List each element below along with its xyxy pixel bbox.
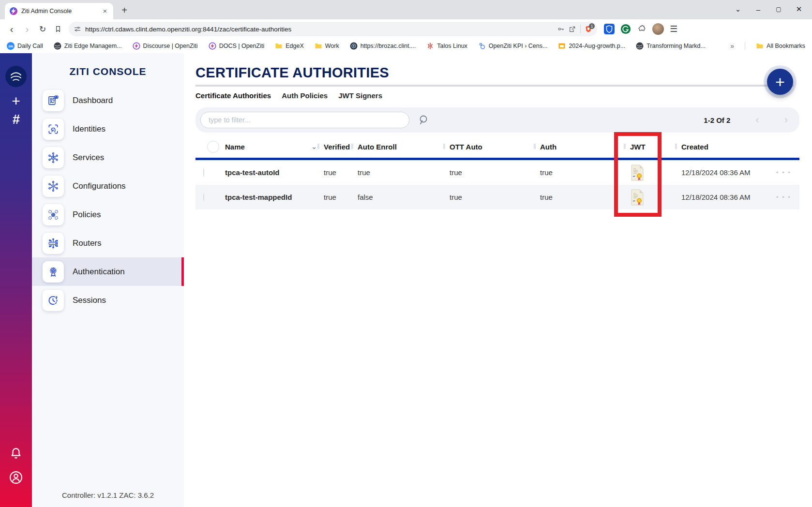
slides-icon	[558, 42, 566, 50]
table-row[interactable]: tpca-test-mappedId true false true true …	[195, 185, 799, 209]
row-checkbox[interactable]	[203, 168, 204, 177]
bookmark-ziti-edge[interactable]: Ziti Edge Managem...	[54, 42, 122, 50]
table-row[interactable]: tpca-test-autoId true true true true 12/…	[195, 160, 799, 185]
bookmark-transforming-markd[interactable]: Transforming Markd...	[636, 42, 706, 50]
account-icon[interactable]	[9, 470, 23, 487]
ca-verified: true	[324, 193, 358, 201]
ca-created: 12/18/2024 08:36 AM	[681, 193, 776, 201]
forward-button[interactable]: ›	[19, 21, 35, 37]
routers-icon	[43, 233, 64, 254]
tab-close-icon[interactable]: ×	[101, 7, 109, 15]
back-button[interactable]: ‹	[4, 21, 19, 37]
column-header-name[interactable]: Name ⌄	[225, 143, 324, 151]
sidebar-item-identities[interactable]: Identities	[32, 115, 184, 143]
column-header-auto-enroll[interactable]: ‖Auto Enroll	[358, 143, 450, 151]
column-header-auth[interactable]: ‖Auth	[540, 143, 630, 151]
main-content: CERTIFICATE AUTHORITIES + Certificate Au…	[184, 53, 812, 507]
bookmark-folder-work[interactable]: Work	[315, 42, 339, 50]
tab-title: Ziti Admin Console	[21, 8, 97, 15]
row-checkbox[interactable]	[203, 193, 204, 202]
svg-text:zm: zm	[8, 45, 13, 48]
column-header-ott-auto[interactable]: ‖OTT Auto	[450, 143, 540, 151]
brave-shield-icon[interactable]: 1	[585, 25, 592, 33]
site-settings-icon[interactable]	[74, 25, 81, 33]
bookmark-discourse-openziti[interactable]: Discourse | OpenZiti	[133, 42, 198, 50]
tab-jwt-signers[interactable]: JWT Signers	[338, 91, 382, 100]
ca-name: tpca-test-mappedId	[225, 193, 324, 201]
tab-auth-policies[interactable]: Auth Policies	[282, 91, 328, 100]
row-menu-icon[interactable]: • • •	[776, 169, 791, 176]
grammarly-icon[interactable]	[620, 24, 631, 34]
sort-chevron-icon[interactable]: ⌄	[311, 143, 317, 150]
app-title: ZITI CONSOLE	[32, 66, 184, 77]
ca-auto-enroll: false	[358, 193, 450, 201]
app-rail: + #	[0, 53, 32, 507]
add-certificate-authority-button[interactable]: +	[767, 69, 793, 95]
rail-add-button[interactable]: +	[0, 93, 32, 109]
sidebar-item-sessions[interactable]: Sessions	[32, 286, 184, 314]
bookmark-folder-edgex[interactable]: EdgeX	[275, 42, 304, 50]
browser-toolbar: ‹ › ↻ https://ctrl.cdaws.clint.demo.open…	[0, 19, 812, 39]
notifications-bell-icon[interactable]	[9, 447, 23, 462]
sidebar-item-authentication[interactable]: Authentication	[32, 257, 184, 286]
bookmark-talos-linux[interactable]: Talos Linux	[426, 42, 467, 50]
sessions-icon	[43, 290, 64, 311]
services-icon	[43, 147, 64, 168]
filter-input[interactable]	[200, 112, 409, 128]
sidebar-item-configurations[interactable]: Configurations	[32, 172, 184, 200]
share-icon[interactable]	[569, 25, 576, 33]
extensions-puzzle-icon[interactable]	[637, 24, 647, 34]
jwt-certificate-icon[interactable]	[630, 189, 681, 206]
bookmark-2024-aug-growth[interactable]: 2024-Aug-growth.p...	[558, 42, 625, 50]
pagination-range: 1-2 Of 2	[704, 116, 730, 124]
bookmark-daily-call[interactable]: zm Daily Call	[7, 42, 43, 50]
folder-icon	[756, 42, 764, 50]
jwt-certificate-icon[interactable]	[630, 164, 681, 181]
ziti-logo-icon[interactable]	[5, 66, 27, 87]
search-icon[interactable]	[418, 114, 430, 126]
select-all-checkbox[interactable]	[207, 141, 219, 153]
bitwarden-icon[interactable]	[604, 24, 615, 34]
row-menu-icon[interactable]: • • •	[776, 194, 791, 201]
browser-tab[interactable]: Ziti Admin Console ×	[5, 3, 113, 19]
sidebar-item-services[interactable]: Services	[32, 143, 184, 172]
window-maximize-button[interactable]: ▢	[768, 6, 789, 13]
reload-button[interactable]: ↻	[35, 21, 50, 37]
bookmark-openziti-kpi[interactable]: OpenZiti KPI › Cens...	[478, 42, 548, 50]
openziti-icon	[133, 42, 140, 50]
window-close-button[interactable]: ✕	[789, 5, 809, 14]
sidebar-item-routers[interactable]: Routers	[32, 229, 184, 257]
window-minimize-button[interactable]: –	[748, 5, 768, 14]
column-header-created[interactable]: ‖Created	[681, 143, 776, 151]
tab-certificate-authorities[interactable]: Certificate Authorities	[195, 91, 271, 100]
page-title: CERTIFICATE AUTHORITIES	[195, 65, 799, 81]
title-underline	[195, 85, 794, 87]
browser-menu-icon[interactable]: ☰	[670, 24, 677, 34]
passwords-key-icon[interactable]	[557, 25, 565, 33]
folder-icon	[315, 42, 322, 50]
pagination-next-icon[interactable]: ›	[784, 114, 788, 126]
column-header-jwt[interactable]: ‖JWT	[630, 143, 681, 151]
sidebar-item-dashboard[interactable]: Dashboard	[32, 86, 184, 115]
bookmarks-overflow-icon[interactable]: »	[730, 42, 734, 50]
openziti-icon	[209, 42, 216, 50]
bookmark-brozac[interactable]: https://brozac.clint....	[350, 42, 416, 50]
pagination-prev-icon[interactable]: ‹	[755, 114, 759, 126]
all-bookmarks-button[interactable]: All Bookmarks	[756, 42, 805, 50]
dashboard-icon	[43, 90, 64, 111]
ca-verified: true	[324, 168, 358, 177]
profile-avatar[interactable]	[652, 23, 664, 35]
identities-icon	[43, 119, 64, 140]
ca-created: 12/18/2024 08:36 AM	[681, 168, 776, 177]
bookmarks-bar: zm Daily Call Ziti Edge Managem... Disco…	[0, 39, 812, 53]
bookmark-flag-icon[interactable]	[50, 21, 66, 37]
rail-hash-button[interactable]: #	[0, 112, 32, 127]
address-bar[interactable]: https://ctrl.cdaws.clint.demo.openziti.o…	[69, 22, 597, 36]
url-text[interactable]: https://ctrl.cdaws.clint.demo.openziti.o…	[85, 26, 553, 33]
bookmark-docs-openziti[interactable]: DOCS | OpenZiti	[209, 42, 265, 50]
sidebar-item-policies[interactable]: Policies	[32, 200, 184, 229]
new-tab-button[interactable]: +	[117, 3, 132, 17]
zoom-icon: zm	[7, 42, 15, 50]
tab-search-icon[interactable]: ⌄	[728, 5, 748, 14]
folder-icon	[275, 42, 283, 50]
